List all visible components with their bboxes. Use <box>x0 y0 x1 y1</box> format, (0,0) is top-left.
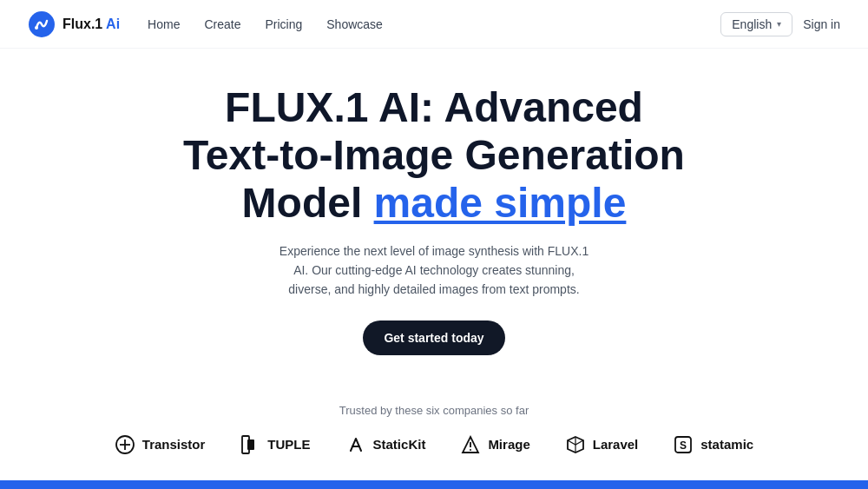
navbar: Flux.1 Ai Home Create Pricing Showcase E… <box>0 0 868 49</box>
statickit-icon <box>345 434 366 455</box>
list-item: Transistor <box>115 434 206 455</box>
statamic-label: statamic <box>700 437 753 452</box>
hero-title-highlight: made simple <box>374 180 627 226</box>
nav-showcase[interactable]: Showcase <box>326 17 383 31</box>
logo[interactable]: Flux.1 Ai <box>28 10 120 38</box>
svg-point-9 <box>470 449 471 451</box>
bottom-bar <box>0 480 868 489</box>
nav-create[interactable]: Create <box>204 17 240 31</box>
nav-home[interactable]: Home <box>148 17 180 31</box>
list-item: Laravel <box>565 434 639 455</box>
list-item: TUPLE <box>240 434 310 455</box>
list-item: Mirage <box>460 434 529 455</box>
nav-pricing[interactable]: Pricing <box>265 17 302 31</box>
svg-point-1 <box>35 26 38 30</box>
chevron-down-icon: ▾ <box>777 19 781 29</box>
laravel-label: Laravel <box>593 437 639 452</box>
language-selector[interactable]: English ▾ <box>720 12 792 36</box>
tuple-icon <box>240 434 260 455</box>
hero-subtitle: Experience the next level of image synth… <box>278 241 590 300</box>
svg-text:S: S <box>680 439 687 452</box>
transistor-icon <box>115 434 135 455</box>
transistor-label: Transistor <box>142 437 206 452</box>
logo-text: Flux.1 Ai <box>62 17 120 32</box>
laravel-icon <box>565 434 586 455</box>
hero-title: FLUX.1 AI: AdvancedText-to-Image Generat… <box>183 83 685 228</box>
svg-rect-6 <box>247 439 254 450</box>
tuple-label: TUPLE <box>267 437 310 452</box>
cta-button[interactable]: Get started today <box>363 320 504 355</box>
trusted-logos: Transistor TUPLE StaticKit <box>115 434 753 455</box>
nav-links: Home Create Pricing Showcase <box>148 17 383 32</box>
trusted-section: Trusted by these six companies so far Tr… <box>0 404 868 455</box>
nav-left: Flux.1 Ai Home Create Pricing Showcase <box>28 10 383 38</box>
mirage-icon <box>460 434 481 455</box>
mirage-label: Mirage <box>488 437 529 452</box>
logo-icon <box>28 10 56 38</box>
trusted-label: Trusted by these six companies so far <box>339 404 529 417</box>
list-item: StaticKit <box>345 434 426 455</box>
nav-right: English ▾ Sign in <box>720 12 840 36</box>
hero-section: FLUX.1 AI: AdvancedText-to-Image Generat… <box>0 49 868 373</box>
statamic-icon: S <box>673 434 694 455</box>
language-label: English <box>732 17 772 31</box>
list-item: S statamic <box>673 434 753 455</box>
signin-button[interactable]: Sign in <box>803 17 840 31</box>
statickit-label: StaticKit <box>373 437 426 452</box>
